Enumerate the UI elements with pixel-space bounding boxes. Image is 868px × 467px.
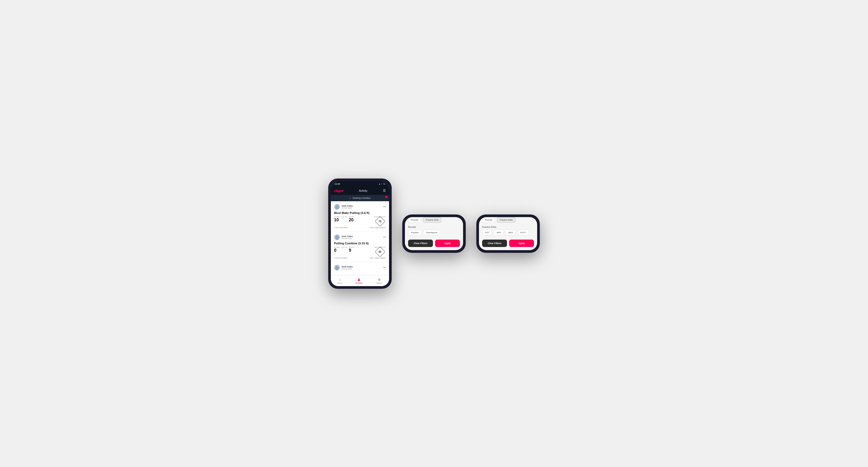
more-dots-1[interactable]: ••• xyxy=(383,205,386,208)
svg-point-3 xyxy=(335,238,339,240)
user-date-2: 28 Feb 2023 xyxy=(341,238,353,239)
filter-icon-1: ⟐ xyxy=(349,197,351,199)
practice-drills-btn-2[interactable]: Practice Drills xyxy=(423,217,442,223)
activity-footer-2: ℹ Test Information Data: Clippd Capture xyxy=(334,257,386,259)
nav-capture-1[interactable]: ⊕ Capture xyxy=(376,277,382,284)
nav-home-label-1: Home xyxy=(338,282,342,284)
user-name-2: Josh Coles xyxy=(341,235,353,238)
phone-screen-1: 11:33 ▲ ᯤ 31 clippd Activity ☰ ⟐ Viewing… xyxy=(328,179,392,289)
shots-value-2: 9 xyxy=(349,248,351,253)
header-title-1: Activity xyxy=(359,189,367,192)
more-dots-3[interactable]: ••• xyxy=(383,266,386,269)
user-info-3: Josh Coles 28 Feb 2023 xyxy=(334,265,353,271)
practice-drills-section-3: Practice Drills OTT APP ARG PUTT xyxy=(482,226,534,235)
activities-icon-1: ♟ xyxy=(357,277,361,282)
activity-item-1[interactable]: Josh Coles 28 Feb 2023 ••• Must Make Put… xyxy=(331,201,389,232)
avatar-2 xyxy=(334,234,340,240)
avatar-img-3 xyxy=(334,265,340,270)
nav-activities-1[interactable]: ♟ Activities xyxy=(355,277,363,284)
data-source-1: Data: Clippd Capture xyxy=(370,227,386,228)
practice-drills-buttons-3: OTT APP ARG PUTT xyxy=(482,230,534,235)
user-date-1: 28 Feb 2023 xyxy=(341,207,353,209)
activity-title-1: Must Make Putting (3-6 ft) xyxy=(334,211,386,214)
sq-value-2: 45 xyxy=(378,250,381,253)
shot-quality-2: Shot Quality 45 xyxy=(374,246,386,255)
status-icons-1: ▲ ᯤ 31 xyxy=(378,183,385,185)
user-details-1: Josh Coles 28 Feb 2023 xyxy=(341,205,353,209)
more-dots-2[interactable]: ••• xyxy=(383,236,386,239)
app-btn-3[interactable]: APP xyxy=(494,230,504,235)
sq-badge-2: 45 xyxy=(375,246,385,257)
out-of-1: OUT OF xyxy=(341,216,347,218)
score-section-2: Score 0 xyxy=(334,246,340,253)
shots-section-1: Shots 20 xyxy=(349,216,354,222)
apply-btn-2[interactable]: Apply xyxy=(435,240,460,247)
show-section-2: Show Rounds Practice Drills xyxy=(408,217,460,223)
capture-icon-1: ⊕ xyxy=(378,277,381,282)
svg-point-0 xyxy=(336,205,338,207)
activity-footer-1: ℹ Test Information Data: Clippd Capture xyxy=(334,227,386,229)
red-dot-1 xyxy=(385,196,388,198)
svg-point-1 xyxy=(335,207,339,210)
rounds-label-2: Rounds xyxy=(408,226,460,228)
home-icon-1: ⌂ xyxy=(339,277,341,282)
shots-value-1: 20 xyxy=(349,218,353,222)
apply-btn-3[interactable]: Apply xyxy=(509,240,534,247)
menu-icon-1[interactable]: ☰ xyxy=(383,189,386,192)
practice-round-btn-2[interactable]: Practice xyxy=(408,230,422,235)
rounds-btn-3[interactable]: Rounds xyxy=(482,217,495,223)
status-time-1: 11:33 xyxy=(335,183,340,185)
nav-home-1[interactable]: ⌂ Home xyxy=(338,277,342,284)
phone-screen-2: 11:33 ▲ ᯤ 31 clippd Activity ☰ ⟐ Viewing… xyxy=(402,214,466,253)
avatar-1 xyxy=(334,204,340,210)
svg-point-4 xyxy=(336,266,338,268)
score-section-1: Score 10 xyxy=(334,216,340,222)
clear-filters-btn-3[interactable]: Clear Filters xyxy=(482,240,507,247)
arg-btn-3[interactable]: ARG xyxy=(505,230,516,235)
stats-row-1: Score 10 OUT OF Shots 20 Shot Quality 75 xyxy=(334,216,386,225)
out-of-2: OUT OF xyxy=(341,246,347,248)
practice-drills-label-3: Practice Drills xyxy=(482,226,534,228)
clear-filters-btn-2[interactable]: Clear Filters xyxy=(408,240,433,247)
putt-btn-3[interactable]: PUTT xyxy=(517,230,529,235)
bottom-nav-1: ⌂ Home ♟ Activities ⊕ Capture xyxy=(331,275,389,286)
user-row-3: Josh Coles 28 Feb 2023 ••• xyxy=(334,265,386,271)
sq-value-1: 75 xyxy=(378,220,381,223)
nav-activities-label-1: Activities xyxy=(355,282,363,284)
activity-item-3[interactable]: Josh Coles 28 Feb 2023 ••• xyxy=(331,262,389,275)
svg-point-5 xyxy=(335,268,339,270)
filter-overlay-3: Filter ✕ Show Rounds Practice Drills Pra… xyxy=(479,217,537,250)
status-bar-1: 11:33 ▲ ᯤ 31 xyxy=(331,181,389,187)
modal-actions-3: Clear Filters Apply xyxy=(482,240,534,247)
rounds-btn-2[interactable]: Rounds xyxy=(408,217,421,223)
test-info-1: ℹ Test Information xyxy=(334,227,347,229)
show-buttons-3: Rounds Practice Drills xyxy=(482,217,534,223)
rounds-buttons-2: Practice Tournament xyxy=(408,230,460,235)
rounds-section-2: Rounds Practice Tournament xyxy=(408,226,460,235)
avatar-img-2 xyxy=(334,235,340,240)
user-info-2: Josh Coles 28 Feb 2023 xyxy=(334,234,353,240)
score-value-1: 10 xyxy=(334,218,339,222)
score-value-2: 0 xyxy=(334,248,336,253)
user-info-1: Josh Coles 28 Feb 2023 xyxy=(334,204,353,210)
practice-drills-btn-3[interactable]: Practice Drills xyxy=(497,217,516,223)
activity-list-1: Josh Coles 28 Feb 2023 ••• Must Make Put… xyxy=(331,201,389,275)
filter-modal-3: Filter ✕ Show Rounds Practice Drills Pra… xyxy=(479,217,537,250)
user-row-1: Josh Coles 28 Feb 2023 ••• xyxy=(334,204,386,210)
show-section-3: Show Rounds Practice Drills xyxy=(482,217,534,223)
ott-btn-3[interactable]: OTT xyxy=(482,230,492,235)
data-source-2: Data: Clippd Capture xyxy=(370,257,386,259)
avatar-img-1 xyxy=(334,204,340,210)
user-row-2: Josh Coles 28 Feb 2023 ••• xyxy=(334,234,386,240)
sq-badge-1: 75 xyxy=(375,216,385,227)
modal-actions-2: Clear Filters Apply xyxy=(408,240,460,247)
svg-point-2 xyxy=(336,235,338,237)
shots-section-2: Shots 9 xyxy=(349,246,354,253)
user-details-2: Josh Coles 28 Feb 2023 xyxy=(341,235,353,239)
activity-item-2[interactable]: Josh Coles 28 Feb 2023 ••• Putting Combi… xyxy=(331,232,389,262)
notch-1 xyxy=(352,181,368,185)
show-buttons-2: Rounds Practice Drills xyxy=(408,217,460,223)
viewing-banner-1[interactable]: ⟐ Viewing Activities xyxy=(331,195,389,201)
filter-modal-2: Filter ✕ Show Rounds Practice Drills Rou… xyxy=(405,217,463,250)
tournament-btn-2[interactable]: Tournament xyxy=(423,230,440,235)
